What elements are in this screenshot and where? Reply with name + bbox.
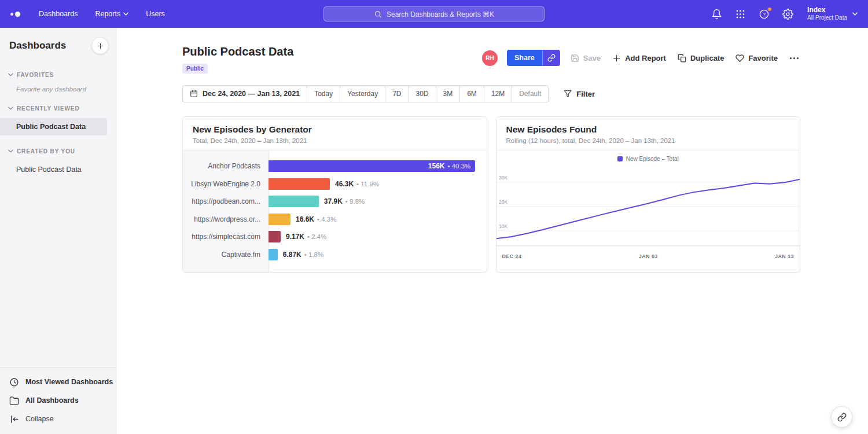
save-button[interactable]: Save [569,52,602,65]
header-actions: RH Share [482,45,800,66]
bell-icon [711,9,722,20]
bar-simplecast[interactable] [269,231,281,242]
most-viewed-dashboards-button[interactable]: Most Viewed Dashboards [0,373,116,391]
share-button[interactable]: Share [507,50,542,66]
chevron-down-icon [8,73,13,76]
bar-row: https://podbean.com... 37.9K • 9.8% [183,193,487,211]
share-group: Share [507,50,560,66]
date-range-button[interactable]: Dec 24, 2020 — Jan 13, 2021 [183,86,307,102]
preset-yesterday[interactable]: Yesterday [340,86,385,102]
nav-users[interactable]: Users [146,10,165,18]
x-tick: JAN 03 [639,253,658,259]
preset-3m[interactable]: 3M [436,86,460,102]
sidebar-title: Dashboards [9,40,66,52]
duplicate-icon [678,54,686,62]
preset-default[interactable]: Default [512,86,548,102]
bar-row: Captivate.fm 6.87K • 1.8% [183,246,487,264]
all-dashboards-button[interactable]: All Dashboards [0,391,116,410]
bar-anchor-podcasts[interactable]: 156K • 40.3% [269,160,475,172]
main-content: Public Podcast Data Public RH Share [116,28,868,434]
duplicate-button[interactable]: Duplicate [676,52,726,65]
project-name: Index [807,6,847,14]
floating-link-button[interactable] [831,406,852,428]
bar-chart: Anchor Podcasts 156K • 40.3% Libsyn WebE… [183,150,487,272]
section-created-by-you[interactable]: CREATED BY YOU [0,145,116,157]
card-title: New Episodes by Generator [193,124,477,135]
top-nav: Dashboards Reports Users Search Dashboar… [0,0,868,28]
svg-text:20K: 20K [498,199,507,205]
x-axis: DEC 24 JAN 03 JAN 13 [496,252,800,259]
favorite-button[interactable]: Favorite [734,52,779,65]
bar-wordpress[interactable] [269,214,290,225]
logo-dot-large [15,12,20,17]
section-favorites[interactable]: FAVORITES [0,68,116,81]
nav-reports[interactable]: Reports [95,10,128,18]
search-icon [374,10,382,18]
legend-swatch [617,156,623,161]
card-title: New Episodes Found [506,124,790,135]
gear-icon [782,9,793,20]
bar-row: Libsyn WebEngine 2.0 46.3K • 11.9% [183,175,487,193]
line-chart[interactable]: 10K20K30K [496,165,800,252]
sidebar-item-public-podcast-data-created[interactable]: Public Podcast Data [0,161,107,178]
project-subtitle: All Project Data [807,14,847,22]
filter-button[interactable]: Filter [564,90,595,98]
mixpanel-logo[interactable] [9,9,21,19]
svg-text:?: ? [763,11,766,17]
settings-button[interactable] [781,8,795,21]
chevron-down-icon [8,149,13,153]
clock-icon [9,377,19,387]
add-report-button[interactable]: Add Report [611,52,667,65]
collapse-icon [9,414,19,424]
toolbar: Dec 24, 2020 — Jan 13, 2021 Today Yester… [182,85,800,102]
logo-dot-small [10,13,13,16]
svg-text:30K: 30K [498,175,507,181]
chevron-down-icon [8,106,13,110]
sidebar-item-public-podcast-data[interactable]: Public Podcast Data [0,118,107,135]
collapse-sidebar-button[interactable]: Collapse [0,410,116,428]
card-subtitle: Rolling (12 hours), total, Dec 24th, 202… [506,137,790,144]
bar-podbean[interactable] [269,196,319,207]
preset-today[interactable]: Today [307,86,340,102]
help-notification-badge [767,7,772,12]
link-icon [547,54,556,62]
folder-icon [9,396,19,406]
section-recently-viewed[interactable]: RECENTLY VIEWED [0,102,116,115]
help-button[interactable]: ? [757,8,771,21]
primary-nav: Dashboards Reports Users [39,10,165,18]
preset-12m[interactable]: 12M [484,86,512,102]
sidebar: Dashboards FAVORITES Favorite any dashbo… [0,28,116,434]
calendar-icon [190,90,198,98]
bar-row: Anchor Podcasts 156K • 40.3% [183,157,487,175]
bar-libsyn[interactable] [269,178,330,190]
apps-grid-icon [735,9,746,20]
preset-30d[interactable]: 30D [409,86,436,102]
app-window: Dashboards Reports Users Search Dashboar… [0,0,868,434]
bar-captivate[interactable] [269,249,278,260]
bar-row: https://simplecast.com 9.17K • 2.4% [183,228,487,246]
nav-dashboards[interactable]: Dashboards [39,10,78,18]
alerts-button[interactable] [710,8,723,21]
line-chart-card: New Episodes Found Rolling (12 hours), t… [496,116,801,273]
project-switcher[interactable]: Index All Project Data [807,6,858,22]
copy-link-button[interactable] [542,50,560,66]
apps-grid-button[interactable] [734,8,747,21]
chart-legend: New Episode – Total [496,152,800,165]
preset-6m[interactable]: 6M [459,86,484,102]
heart-icon [735,54,744,62]
bar-row: https://wordpress.or... 16.6K • 4.3% [183,211,487,229]
preset-7d[interactable]: 7D [385,86,408,102]
search-placeholder: Search Dashboards & Reports ⌘K [387,10,494,18]
more-options-button[interactable] [788,53,800,63]
sidebar-footer: Most Viewed Dashboards All Dashboards Co… [0,367,116,434]
funnel-icon [564,90,572,98]
plus-icon [97,42,104,50]
more-dots-icon [789,57,799,60]
search-input[interactable]: Search Dashboards & Reports ⌘K [323,6,545,22]
x-tick: JAN 13 [775,253,794,259]
save-icon [571,54,579,62]
date-range-control: Dec 24, 2020 — Jan 13, 2021 Today Yester… [182,85,549,102]
avatar[interactable]: RH [482,50,498,66]
link-icon [837,413,847,422]
add-dashboard-button[interactable] [91,37,109,54]
